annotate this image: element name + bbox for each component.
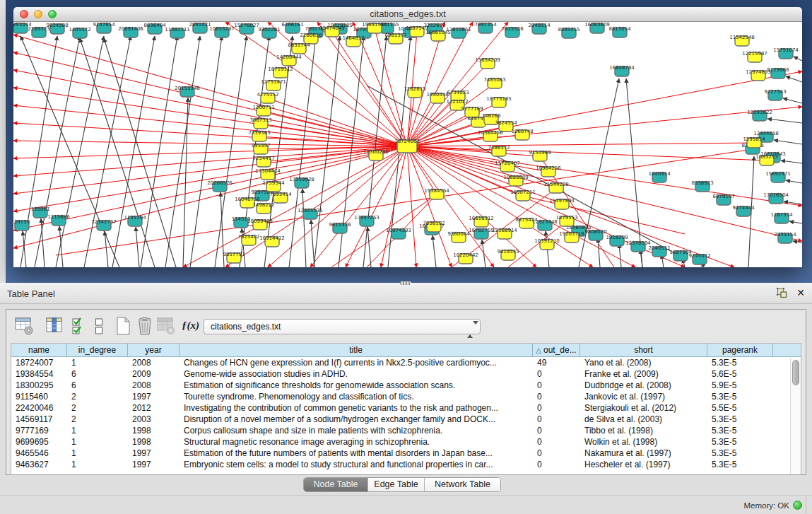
- graph-node[interactable]: 10220442: [453, 252, 478, 264]
- graph-node[interactable]: 995997: [252, 143, 271, 154]
- column-header-title[interactable]: title: [180, 344, 533, 356]
- float-window-icon[interactable]: [777, 288, 787, 298]
- clear-selection-icon[interactable]: [94, 316, 104, 338]
- graph-node[interactable]: 16648784: [609, 65, 635, 76]
- column-header-pagerank[interactable]: pagerank: [707, 344, 773, 356]
- graph-node[interactable]: 11544228: [543, 182, 569, 193]
- graph-node[interactable]: 10974393: [386, 228, 411, 239]
- table-row[interactable]: 977716911998Corpus callosum shape and si…: [11, 425, 801, 436]
- graph-node[interactable]: 16964256: [536, 165, 561, 177]
- graph-node[interactable]: 1990448: [426, 92, 448, 103]
- graph-node[interactable]: 20206576: [207, 180, 233, 192]
- network-canvas[interactable]: 1893044216937396345081405572914765420691…: [13, 22, 802, 267]
- graph-node[interactable]: 135061: [31, 206, 50, 218]
- graph-node[interactable]: 20691406: [118, 26, 143, 37]
- graph-node[interactable]: 4275152: [257, 92, 278, 103]
- graph-node[interactable]: 7691354: [474, 22, 497, 33]
- graph-node[interactable]: 6466161: [281, 22, 303, 33]
- graph-node[interactable]: 11542548: [729, 35, 755, 46]
- column-header-name[interactable]: name: [11, 344, 67, 356]
- table-row[interactable]: 969969511998Structural magnetic resonanc…: [11, 436, 801, 448]
- table-row[interactable]: 1938455462009Genome-wide association stu…: [11, 368, 801, 380]
- graph-node[interactable]: 9147654: [93, 22, 115, 33]
- graph-node[interactable]: 9808020: [584, 229, 606, 240]
- graph-node[interactable]: 19203718: [559, 231, 584, 243]
- graph-node[interactable]: 16083809: [584, 22, 610, 33]
- graph-node[interactable]: 2891021: [189, 22, 211, 33]
- graph-node[interactable]: 16616312: [469, 216, 494, 227]
- graph-node[interactable]: 3067313: [249, 117, 271, 129]
- graph-node[interactable]: 9819345: [497, 249, 519, 260]
- graph-node[interactable]: 20364456: [478, 130, 503, 141]
- graph-node[interactable]: 10653287: [209, 26, 235, 37]
- graph-node[interactable]: 7615526: [501, 26, 524, 37]
- graph-node[interactable]: 12342757: [91, 219, 117, 230]
- graph-node[interactable]: 7625402: [237, 234, 259, 245]
- graph-node[interactable]: 12370594: [625, 240, 651, 252]
- graph-node[interactable]: 18907211: [510, 189, 536, 201]
- graph-node[interactable]: 15654209: [475, 57, 500, 69]
- graph-node[interactable]: 9360084: [447, 231, 470, 243]
- graph-node[interactable]: 6979197: [712, 194, 734, 205]
- graph-node[interactable]: 15276027: [234, 23, 259, 34]
- graph-node[interactable]: 8813054: [608, 26, 631, 37]
- graph-node[interactable]: 16861045: [425, 30, 451, 41]
- graph-node[interactable]: 17957253: [354, 215, 379, 226]
- window-titlebar[interactable]: citations_edges.txt: [13, 7, 802, 22]
- graph-node[interactable]: 9615336: [329, 222, 351, 233]
- graph-node[interactable]: 7339363: [248, 130, 270, 141]
- table-row[interactable]: 1830029562008Estimation of significance …: [11, 380, 801, 391]
- graph-node[interactable]: 11381111: [165, 27, 190, 38]
- graph-node[interactable]: 1640954: [648, 171, 671, 182]
- vertical-scrollbar[interactable]: [790, 358, 801, 474]
- graph-node[interactable]: 10688609: [503, 175, 529, 186]
- zoom-window-button[interactable]: [48, 10, 57, 18]
- graph-node[interactable]: 8895455: [558, 27, 579, 38]
- graph-node[interactable]: 18775165: [486, 96, 512, 107]
- table-row[interactable]: 2242004622012Investigating the contribut…: [11, 402, 801, 414]
- graph-node[interactable]: 12751471: [261, 79, 286, 90]
- tab-node-table[interactable]: Node Table: [304, 478, 368, 491]
- graph-node[interactable]: 12215987: [742, 51, 767, 62]
- graph-node[interactable]: 7485083: [483, 77, 505, 88]
- table-row[interactable]: 1872400712008Changes of HCN gene express…: [11, 357, 801, 368]
- graph-node[interactable]: 17359928: [289, 177, 314, 188]
- select-all-icon[interactable]: [71, 316, 87, 338]
- column-header-year[interactable]: year: [128, 344, 180, 356]
- graph-node[interactable]: 14200444: [276, 54, 302, 66]
- panel-splitter-handle[interactable]: [400, 281, 411, 285]
- table-row[interactable]: 911546021997Tourette syndrome. Phenomeno…: [11, 391, 801, 402]
- table-selector-dropdown[interactable]: citations_edges.txt: [204, 319, 481, 334]
- graph-node[interactable]: 19384554: [424, 188, 449, 199]
- close-panel-icon[interactable]: ✕: [796, 287, 805, 298]
- column-header-short[interactable]: short: [580, 344, 707, 356]
- tab-edge-table[interactable]: Edge Table: [368, 478, 425, 491]
- graph-node[interactable]: 1145194: [124, 215, 146, 226]
- delete-table-icon[interactable]: [156, 316, 176, 338]
- tab-network-table[interactable]: Network Table: [425, 478, 500, 491]
- scrollbar-thumb[interactable]: [792, 360, 799, 385]
- graph-node[interactable]: 15497894: [549, 198, 575, 209]
- graph-node[interactable]: 1918209: [606, 235, 628, 246]
- column-header-out_de[interactable]: △out_de...: [533, 344, 580, 356]
- minimize-window-button[interactable]: [34, 10, 42, 18]
- table-row[interactable]: 1456911722003Disruption of a novel membe…: [11, 414, 801, 425]
- new-column-icon[interactable]: [114, 316, 132, 338]
- show-columns-icon[interactable]: [45, 316, 64, 338]
- graph-node[interactable]: 9227343: [764, 89, 786, 100]
- graph-node[interactable]: 9245012: [688, 253, 710, 264]
- graph-node[interactable]: 8636404: [143, 23, 166, 34]
- graph-node[interactable]: 2040511: [648, 245, 670, 257]
- graph-node[interactable]: 18719112: [268, 66, 293, 78]
- graph-node[interactable]: 1115686: [47, 214, 70, 226]
- column-header-in_degree[interactable]: in_degree: [67, 344, 128, 356]
- graph-node[interactable]: 12974893: [746, 69, 771, 81]
- graph-node[interactable]: 2040514: [528, 23, 551, 34]
- graph-node[interactable]: 39159: [14, 219, 30, 230]
- column-settings-icon[interactable]: [14, 316, 34, 338]
- graph-node[interactable]: 9302281: [258, 27, 280, 38]
- graph-node[interactable]: 18724007: [394, 139, 420, 153]
- graph-node[interactable]: 6981377: [384, 33, 406, 44]
- graph-node[interactable]: 20153346: [175, 86, 200, 97]
- graph-node[interactable]: 9857791: [223, 252, 245, 263]
